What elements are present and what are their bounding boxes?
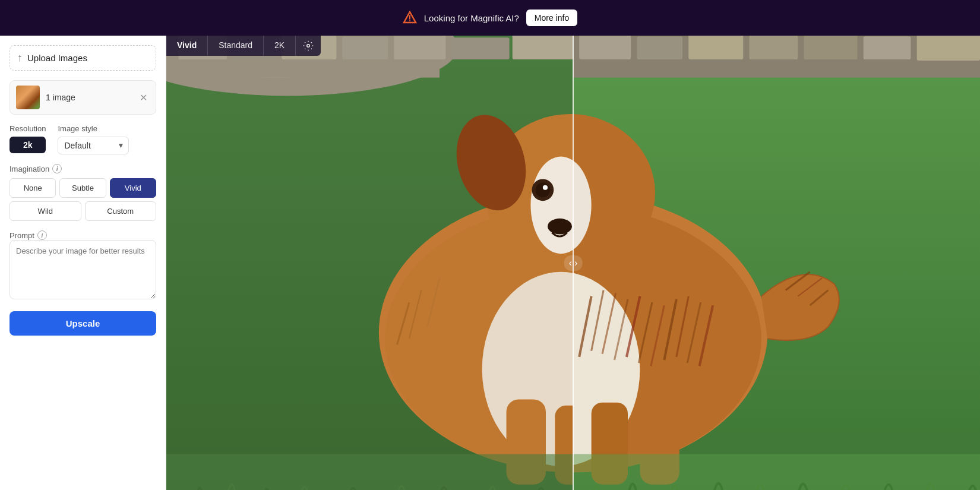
svg-point-3	[307, 45, 310, 48]
magnific-logo-icon	[403, 11, 417, 25]
svg-point-35	[543, 185, 548, 190]
imagination-options-row2: Wild Custom	[10, 201, 156, 221]
style-label: Image style	[58, 124, 129, 133]
prompt-label: Prompt i	[10, 230, 156, 240]
image-viewer: Vivid Standard 2K	[166, 36, 980, 490]
svg-rect-17	[513, 36, 573, 59]
prompt-section: Prompt i	[10, 230, 156, 302]
sidebar: ↑ Upload Images 1 image ✕ Resolution 2k …	[0, 36, 166, 490]
banner-text: Looking for Magnific AI?	[424, 13, 519, 23]
right-arrow-icon: ›	[574, 258, 577, 268]
settings-row: Resolution 2k Image style Default Natura…	[10, 124, 156, 154]
svg-rect-15	[394, 36, 445, 59]
prompt-input[interactable]	[10, 240, 156, 299]
svg-point-34	[536, 183, 551, 198]
dog-image-wrapper: ‹ ›	[166, 36, 980, 490]
upload-images-button[interactable]: ↑ Upload Images	[10, 45, 156, 71]
svg-rect-24	[864, 36, 911, 59]
style-select[interactable]: Default Natural Vivid Artistic	[58, 137, 129, 154]
svg-rect-23	[804, 36, 858, 59]
tag-vivid[interactable]: Vivid	[166, 36, 208, 56]
style-select-wrapper: Default Natural Vivid Artistic ▼	[58, 137, 129, 154]
svg-rect-16	[452, 37, 510, 59]
upload-icon: ↑	[17, 52, 23, 64]
gear-icon	[303, 40, 314, 51]
imagination-custom-button[interactable]: Custom	[85, 201, 157, 221]
imagination-vivid-button[interactable]: Vivid	[110, 178, 156, 198]
imagination-subtle-button[interactable]: Subtle	[59, 178, 106, 198]
svg-rect-19	[579, 36, 631, 59]
resolution-group: Resolution 2k	[10, 124, 46, 153]
svg-rect-21	[688, 36, 743, 59]
imagination-label: Imagination i	[10, 164, 156, 173]
imagination-help-icon[interactable]: i	[52, 164, 62, 173]
resolution-label: Resolution	[10, 124, 46, 133]
svg-rect-14	[342, 36, 388, 59]
svg-rect-22	[749, 36, 798, 59]
upscale-button[interactable]: Upscale	[10, 311, 156, 336]
imagination-section: Imagination i None Subtle Vivid Wild Cus…	[10, 164, 156, 221]
svg-rect-20	[637, 36, 682, 59]
upload-label: Upload Images	[27, 53, 87, 63]
image-count-label: 1 image	[46, 93, 131, 102]
remove-image-button[interactable]: ✕	[137, 92, 150, 103]
image-preview-row: 1 image ✕	[10, 80, 156, 115]
thumbnail-image	[16, 86, 40, 109]
more-info-button[interactable]: More info	[526, 10, 577, 26]
prompt-help-icon[interactable]: i	[37, 230, 47, 240]
style-group: Image style Default Natural Vivid Artist…	[58, 124, 129, 154]
svg-rect-25	[917, 36, 980, 61]
svg-point-2	[409, 20, 410, 21]
tag-standard[interactable]: Standard	[208, 36, 264, 56]
resolution-button[interactable]: 2k	[10, 137, 46, 153]
top-banner: Looking for Magnific AI? More info	[0, 0, 980, 36]
left-arrow-icon: ‹	[569, 258, 572, 268]
main-layout: ↑ Upload Images 1 image ✕ Resolution 2k …	[0, 36, 980, 490]
tag-2k[interactable]: 2K	[264, 36, 296, 56]
viewer-settings-gear[interactable]	[296, 36, 321, 56]
svg-rect-71	[166, 454, 573, 490]
imagination-options-row1: None Subtle Vivid	[10, 178, 156, 198]
imagination-none-button[interactable]: None	[10, 178, 56, 198]
image-tags-bar: Vivid Standard 2K	[166, 36, 321, 56]
preview-thumbnail	[16, 86, 40, 109]
imagination-wild-button[interactable]: Wild	[10, 201, 81, 221]
svg-point-36	[548, 219, 572, 235]
divider-handles[interactable]: ‹ ›	[564, 255, 583, 271]
